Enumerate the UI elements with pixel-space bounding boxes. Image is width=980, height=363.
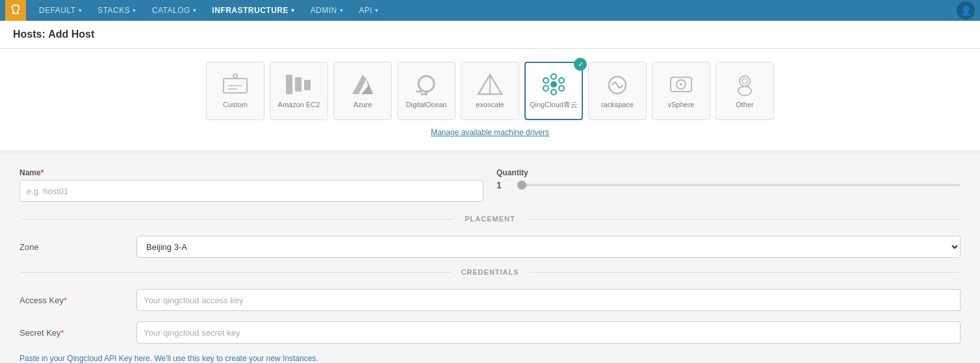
access-key-label: Access Key* xyxy=(19,295,136,305)
provider-qingcloud[interactable]: ✓ QingCloud青云 xyxy=(524,62,583,120)
nav-admin-label: ADMIN xyxy=(311,6,337,15)
credentials-section-label: CREDENTIALS xyxy=(450,268,529,276)
access-key-control xyxy=(136,289,961,311)
quantity-label: Quantity xyxy=(496,168,961,177)
digitalocean-label: DigitalOcean xyxy=(406,101,447,108)
access-key-row: Access Key* xyxy=(19,289,961,311)
chevron-down-icon: ▾ xyxy=(291,7,295,14)
svg-rect-6 xyxy=(295,77,302,92)
svg-point-28 xyxy=(738,86,751,95)
svg-point-29 xyxy=(742,79,747,84)
quantity-group: Quantity 1 xyxy=(496,168,961,190)
manage-drivers-link[interactable]: Manage available machine drivers xyxy=(13,128,967,137)
svg-point-16 xyxy=(550,81,557,88)
nav-catalog-label: CATALOG xyxy=(152,6,190,15)
placement-divider: PLACEMENT xyxy=(19,215,961,223)
svg-point-21 xyxy=(543,86,548,91)
nav-stacks[interactable]: STACKS ▾ xyxy=(90,0,144,21)
zone-control: Beijing 3-A Beijing 3-B Shanghai 1-A xyxy=(136,236,961,258)
nav-default-label: default xyxy=(39,6,76,15)
name-group: Name* xyxy=(19,168,484,202)
zone-row: Zone Beijing 3-A Beijing 3-B Shanghai 1-… xyxy=(19,236,961,258)
svg-point-17 xyxy=(551,74,556,79)
vsphere-label: vSphere xyxy=(668,101,695,108)
azure-label: Azure xyxy=(354,101,372,108)
user-avatar[interactable]: 👤 xyxy=(957,1,975,19)
divider-line-left2 xyxy=(19,272,450,273)
nav-default[interactable]: default ▾ xyxy=(31,0,90,21)
exoscale-label: exoscale xyxy=(476,101,504,108)
name-label: Name* xyxy=(19,168,484,177)
amazon-ec2-icon xyxy=(283,73,315,97)
provider-amazon-ec2[interactable]: Amazon EC2 xyxy=(270,62,328,120)
nav-api-label: API xyxy=(359,6,372,15)
provider-exoscale[interactable]: exoscale xyxy=(461,62,519,120)
chevron-down-icon: ▾ xyxy=(340,7,344,14)
name-quantity-row: Name* Quantity 1 xyxy=(19,168,961,202)
svg-point-26 xyxy=(680,83,682,86)
chevron-down-icon: ▾ xyxy=(193,7,197,14)
access-key-input[interactable] xyxy=(136,289,961,311)
provider-azure[interactable]: Azure xyxy=(333,62,392,120)
chevron-down-icon: ▾ xyxy=(133,7,136,14)
nav-admin[interactable]: ADMIN ▾ xyxy=(303,0,352,21)
nav-infrastructure[interactable]: INFRASTRUCTURE ▾ xyxy=(204,0,302,21)
rackspace-icon xyxy=(602,73,633,97)
provider-digitalocean[interactable]: DigitalOcean xyxy=(397,62,456,120)
svg-rect-5 xyxy=(286,75,292,94)
navbar: default ▾ STACKS ▾ CATALOG ▾ INFRASTRUCT… xyxy=(0,0,980,21)
nav-infrastructure-label: INFRASTRUCTURE xyxy=(212,6,289,15)
zone-select[interactable]: Beijing 3-A Beijing 3-B Shanghai 1-A xyxy=(136,236,961,258)
main-content: Custom Amazon EC2 xyxy=(0,49,980,363)
divider-line-right2 xyxy=(530,272,961,273)
credentials-divider: CREDENTIALS xyxy=(19,268,961,276)
provider-rackspace[interactable]: rackspace xyxy=(588,62,647,120)
api-key-link[interactable]: Paste in your Qingcloud API Key here. We… xyxy=(19,354,961,363)
breadcrumb-prefix: Hosts: xyxy=(13,29,45,40)
other-icon xyxy=(729,73,760,97)
manage-link-text: Manage available machine drivers xyxy=(431,128,549,137)
form-section: Name* Quantity 1 PLACEMENT Zone xyxy=(0,155,980,363)
nav-right: 👤 xyxy=(957,1,975,19)
secret-key-label: Secret Key* xyxy=(19,328,136,338)
page-title-main: Add Host xyxy=(48,29,94,40)
nav-items: default ▾ STACKS ▾ CATALOG ▾ INFRASTRUCT… xyxy=(31,0,957,21)
provider-custom[interactable]: Custom xyxy=(206,62,264,120)
qingcloud-icon xyxy=(538,73,569,96)
name-label-text: Name xyxy=(19,168,41,177)
provider-section: Custom Amazon EC2 xyxy=(0,49,980,150)
svg-point-20 xyxy=(559,78,564,83)
page-header: Hosts: Add Host xyxy=(0,21,980,49)
vsphere-icon xyxy=(665,73,697,97)
quantity-control: 1 xyxy=(496,180,961,190)
svg-point-18 xyxy=(551,90,556,95)
provider-other[interactable]: Other xyxy=(716,62,774,120)
digitalocean-icon xyxy=(411,73,442,97)
quantity-slider[interactable] xyxy=(517,184,961,186)
provider-vsphere[interactable]: vSphere xyxy=(652,62,710,120)
rackspace-label: rackspace xyxy=(601,101,634,108)
divider-line-left xyxy=(19,219,454,219)
provider-grid: Custom Amazon EC2 xyxy=(13,62,967,120)
name-input[interactable] xyxy=(19,180,484,202)
svg-point-19 xyxy=(543,78,548,83)
chevron-down-icon: ▾ xyxy=(375,7,379,14)
nav-api[interactable]: API ▾ xyxy=(351,0,386,21)
quantity-value: 1 xyxy=(496,180,509,190)
placement-section-label: PLACEMENT xyxy=(454,215,525,223)
svg-point-1 xyxy=(233,74,237,78)
chevron-down-icon: ▾ xyxy=(79,7,83,14)
custom-icon xyxy=(220,73,251,97)
selected-check-icon: ✓ xyxy=(574,58,587,71)
brand-logo[interactable] xyxy=(5,0,26,21)
svg-point-27 xyxy=(740,76,750,86)
secret-key-input[interactable] xyxy=(136,321,961,344)
svg-rect-7 xyxy=(304,80,311,90)
nav-catalog[interactable]: CATALOG ▾ xyxy=(144,0,205,21)
zone-label: Zone xyxy=(19,242,136,252)
divider-line-right xyxy=(526,219,961,219)
page-title: Hosts: Add Host xyxy=(13,29,967,40)
other-label: Other xyxy=(736,101,754,108)
nav-stacks-label: STACKS xyxy=(97,6,130,15)
amazon-ec2-label: Amazon EC2 xyxy=(278,101,320,108)
